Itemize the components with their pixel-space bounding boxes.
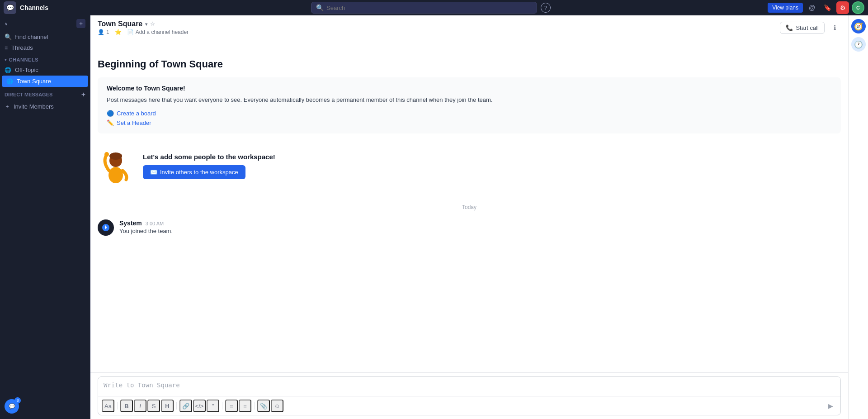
search-box[interactable]: 🔍 <box>311 2 537 14</box>
sidebar-chevron[interactable]: ∨ <box>5 21 8 26</box>
heading-button[interactable]: H <box>161 400 174 412</box>
create-board-label: Create a board <box>117 110 156 117</box>
create-board-link[interactable]: 🔵 Create a board <box>107 110 832 117</box>
star-meta-icon: ⭐ <box>115 29 122 35</box>
mention-icon[interactable]: @ <box>806 1 818 14</box>
message-input[interactable] <box>98 377 840 395</box>
phone-icon: 📞 <box>786 24 793 31</box>
threads-icon: ≡ <box>5 45 8 51</box>
star-meta[interactable]: ⭐ <box>115 29 122 35</box>
toolbar-separator-2 <box>176 402 177 409</box>
view-plans-button[interactable]: View plans <box>768 3 803 13</box>
search-icon-small: 🔍 <box>5 33 12 40</box>
bookmark-icon[interactable]: 🔖 <box>821 1 834 14</box>
channel-title: Town Square ▾ ☆ <box>98 20 189 28</box>
rocket-icon <box>101 223 110 232</box>
person-waving-svg <box>100 148 132 184</box>
channel-header: Town Square ▾ ☆ 👤 1 ⭐ 📄 Add a channel he… <box>90 15 848 40</box>
direct-messages-add-button[interactable]: + <box>81 90 85 99</box>
sidebar-item-off-topic[interactable]: 🌐 Off-Topic <box>0 64 90 76</box>
invite-members-label: Invite Members <box>14 103 54 110</box>
message-header: System 3:00 AM <box>119 219 841 227</box>
notification-area: 💬 8 <box>5 399 19 414</box>
envelope-icon: ✉️ <box>150 169 157 176</box>
right-panel-clock-icon[interactable]: 🕐 <box>851 37 866 52</box>
top-bar-center: 🔍 ? <box>98 2 764 14</box>
direct-messages-label: DIRECT MESSAGES <box>5 92 52 97</box>
toolbar-separator-4 <box>254 402 255 409</box>
channels-label-text: CHANNELS <box>9 57 39 62</box>
bold-button[interactable]: B <box>120 400 133 412</box>
app-title: Channels <box>20 4 48 11</box>
channel-header-left: Town Square ▾ ☆ 👤 1 ⭐ 📄 Add a channel he… <box>98 20 189 35</box>
set-header-link[interactable]: ✏️ Set a Header <box>107 119 832 126</box>
start-call-label: Start call <box>796 24 819 31</box>
top-bar-left: 💬 Channels <box>4 1 94 14</box>
main-content: Town Square ▾ ☆ 👤 1 ⭐ 📄 Add a channel he… <box>90 15 848 419</box>
message-text: You joined the team. <box>119 228 841 234</box>
strikethrough-button[interactable]: S <box>147 400 160 412</box>
text-style-button[interactable]: Aa <box>102 400 114 412</box>
notification-badge[interactable]: 💬 8 <box>5 399 19 414</box>
help-button[interactable]: ? <box>541 3 551 13</box>
message-time: 3:00 AM <box>146 221 164 226</box>
code-button[interactable]: </> <box>193 400 206 412</box>
svg-point-0 <box>108 167 123 183</box>
divider-label: Today <box>462 204 476 210</box>
beginning-section: Beginning of Town Square Welcome to Town… <box>98 48 841 199</box>
invite-illustration <box>98 148 134 184</box>
board-icon: 🔵 <box>107 110 114 117</box>
quote-button[interactable]: " <box>207 400 219 412</box>
send-button[interactable]: ▶ <box>824 400 837 412</box>
welcome-box: Welcome to Town Square! Post messages he… <box>98 77 841 133</box>
channel-globe-icon-2: 🌐 <box>6 78 13 85</box>
link-button[interactable]: 🔗 <box>179 400 192 412</box>
member-count[interactable]: 👤 1 <box>98 29 109 35</box>
sidebar-add-button[interactable]: + <box>76 19 85 28</box>
sidebar-item-threads[interactable]: ≡ Threads <box>0 42 90 53</box>
right-panel: 🧭 🕐 <box>848 15 868 419</box>
channel-dropdown[interactable]: ▾ <box>145 22 147 27</box>
user-avatar[interactable]: C <box>852 1 864 14</box>
settings-icon[interactable]: ⚙ <box>836 1 849 14</box>
input-toolbar: Aa B I S H 🔗 </> " ≡ ≡ 📎 ☺ ▶ <box>98 396 840 415</box>
sidebar-item-town-square[interactable]: 🌐 Town Square <box>2 76 88 87</box>
start-call-button[interactable]: 📞 Start call <box>780 22 825 34</box>
right-panel-compass-icon[interactable]: 🧭 <box>851 19 866 33</box>
channels-toggle[interactable]: ▾ <box>5 57 7 62</box>
invite-section: Let's add some people to the workspace! … <box>98 141 841 191</box>
attach-button[interactable]: 📎 <box>257 400 270 412</box>
sidebar-item-invite-members[interactable]: ＋ Invite Members <box>0 100 90 113</box>
invite-others-button[interactable]: ✉️ Invite others to the workspace <box>143 165 245 179</box>
notification-count: 8 <box>14 397 21 404</box>
sidebar-header: ∨ + <box>0 15 90 32</box>
chat-area: Beginning of Town Square Welcome to Town… <box>90 40 848 372</box>
message-author: System <box>119 219 142 227</box>
message-input-box: Aa B I S H 🔗 </> " ≡ ≡ 📎 ☺ ▶ <box>98 376 841 415</box>
direct-messages-header: DIRECT MESSAGES + <box>0 87 90 100</box>
input-area: Aa B I S H 🔗 </> " ≡ ≡ 📎 ☺ ▶ <box>90 372 848 419</box>
channel-name: Town Square <box>98 20 142 28</box>
invite-button-label: Invite others to the workspace <box>160 169 238 176</box>
numbered-list-button[interactable]: ≡ <box>239 400 251 412</box>
add-header-label: Add a channel header <box>136 29 189 35</box>
channel-globe-icon: 🌐 <box>5 67 11 73</box>
town-square-label: Town Square <box>17 78 51 85</box>
emoji-button[interactable]: ☺ <box>271 400 283 412</box>
invite-content: Let's add some people to the workspace! … <box>143 153 275 179</box>
bullet-list-button[interactable]: ≡ <box>225 400 238 412</box>
search-input[interactable] <box>326 5 532 11</box>
info-button[interactable]: ℹ <box>828 21 841 34</box>
find-channel[interactable]: 🔍 Find channel <box>0 32 90 42</box>
top-bar-right: View plans @ 🔖 ⚙ C <box>768 1 864 14</box>
channel-star-icon[interactable]: ☆ <box>150 21 155 27</box>
system-avatar <box>98 219 114 236</box>
pencil-icon: ✏️ <box>107 119 114 126</box>
svg-point-3 <box>104 152 109 157</box>
italic-button[interactable]: I <box>134 400 146 412</box>
add-header[interactable]: 📄 Add a channel header <box>127 29 189 35</box>
add-header-icon: 📄 <box>127 29 134 35</box>
channels-section-label: ▾ CHANNELS <box>0 53 90 64</box>
date-divider: Today <box>98 199 841 216</box>
app-icon: 💬 <box>4 1 16 14</box>
